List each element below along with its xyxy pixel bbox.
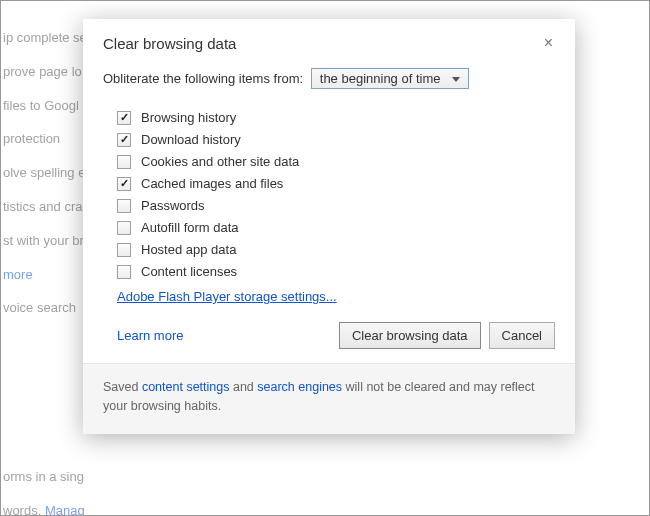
option-row: Hosted app data bbox=[117, 242, 555, 257]
footer-text: Saved bbox=[103, 380, 142, 394]
dialog-title: Clear browsing data bbox=[103, 35, 236, 52]
option-label: Cached images and files bbox=[141, 176, 283, 191]
clear-browsing-data-button[interactable]: Clear browsing data bbox=[339, 322, 481, 349]
cancel-button[interactable]: Cancel bbox=[489, 322, 555, 349]
option-checkbox[interactable] bbox=[117, 199, 131, 213]
learn-more-link[interactable]: Learn more bbox=[117, 328, 183, 343]
option-row: Content licenses bbox=[117, 264, 555, 279]
content-settings-link[interactable]: content settings bbox=[142, 380, 230, 394]
time-range-value: the beginning of time bbox=[320, 71, 441, 86]
option-row: Cookies and other site data bbox=[117, 154, 555, 169]
option-row: Browsing history bbox=[117, 110, 555, 125]
option-checkbox[interactable] bbox=[117, 177, 131, 191]
search-engines-link[interactable]: search engines bbox=[257, 380, 342, 394]
close-icon[interactable]: × bbox=[542, 35, 555, 51]
option-checkbox[interactable] bbox=[117, 243, 131, 257]
dialog-body: Obliterate the following items from: the… bbox=[83, 60, 575, 363]
option-checkbox[interactable] bbox=[117, 155, 131, 169]
option-label: Browsing history bbox=[141, 110, 236, 125]
option-checkbox[interactable] bbox=[117, 265, 131, 279]
option-label: Passwords bbox=[141, 198, 205, 213]
chevron-down-icon bbox=[452, 77, 460, 82]
time-range-label: Obliterate the following items from: bbox=[103, 71, 303, 86]
option-label: Content licenses bbox=[141, 264, 237, 279]
option-label: Autofill form data bbox=[141, 220, 239, 235]
dialog-header: Clear browsing data × bbox=[83, 19, 575, 60]
option-label: Download history bbox=[141, 132, 241, 147]
dialog-footer: Saved content settings and search engine… bbox=[83, 363, 575, 434]
options-list: Browsing historyDownload historyCookies … bbox=[103, 99, 555, 279]
option-row: Cached images and files bbox=[117, 176, 555, 191]
flash-settings-link[interactable]: Adobe Flash Player storage settings... bbox=[117, 289, 337, 304]
dialog-actions: Learn more Clear browsing data Cancel bbox=[103, 322, 555, 349]
option-row: Passwords bbox=[117, 198, 555, 213]
option-row: Download history bbox=[117, 132, 555, 147]
option-checkbox[interactable] bbox=[117, 221, 131, 235]
time-range-row: Obliterate the following items from: the… bbox=[103, 68, 555, 89]
footer-text: and bbox=[229, 380, 257, 394]
option-checkbox[interactable] bbox=[117, 133, 131, 147]
option-label: Hosted app data bbox=[141, 242, 236, 257]
option-checkbox[interactable] bbox=[117, 111, 131, 125]
clear-browsing-data-dialog: Clear browsing data × Obliterate the fol… bbox=[83, 19, 575, 434]
time-range-select[interactable]: the beginning of time bbox=[311, 68, 469, 89]
option-label: Cookies and other site data bbox=[141, 154, 299, 169]
option-row: Autofill form data bbox=[117, 220, 555, 235]
